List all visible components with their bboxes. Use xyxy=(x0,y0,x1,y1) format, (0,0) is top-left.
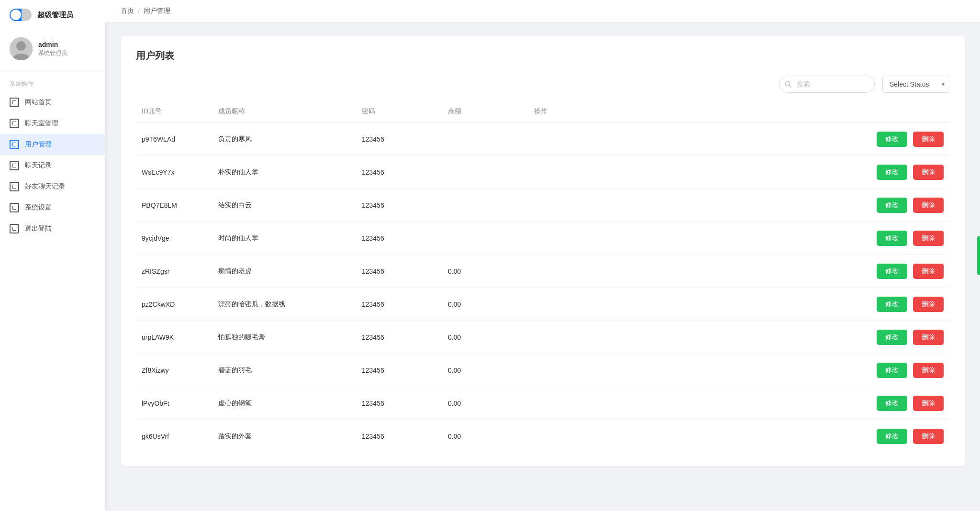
sidebar-nav: 网站首页 聊天室管理 用户管理 聊天记录 好友聊天记录 xyxy=(0,92,105,239)
cell-id: PBQ7E8LM xyxy=(136,189,212,222)
avatar xyxy=(10,37,33,60)
breadcrumb-current: 用户管理 xyxy=(144,7,170,15)
sidebar-item-label: 聊天室管理 xyxy=(25,119,58,128)
edit-button[interactable]: 修改 xyxy=(877,396,907,411)
cell-action: 修改 删除 xyxy=(528,156,949,189)
sidebar-item-chat-log[interactable]: 聊天记录 xyxy=(0,155,105,176)
app-title: 超级管理员 xyxy=(37,11,73,20)
toggle-switch[interactable] xyxy=(10,9,32,21)
edit-button[interactable]: 修改 xyxy=(877,330,907,345)
table-row: 9ycjdVge 时尚的仙人掌 123456 修改 删除 xyxy=(136,222,949,255)
cell-id: urpLAW9K xyxy=(136,321,212,354)
home-icon xyxy=(10,98,19,107)
logout-icon xyxy=(10,224,19,233)
edit-button[interactable]: 修改 xyxy=(877,198,907,213)
friend-log-icon xyxy=(10,182,19,191)
cell-password: 123456 xyxy=(356,354,442,387)
cell-name: 虚心的钢笔 xyxy=(212,387,356,420)
cell-name: 怕孤独的睫毛膏 xyxy=(212,321,356,354)
settings-icon xyxy=(10,203,19,212)
chat-log-icon xyxy=(10,161,19,170)
sidebar-item-label: 网站首页 xyxy=(25,98,52,107)
user-table: ID账号 成员昵称 密码 余额 操作 p9T6WLAd 负责的寒风 123456… xyxy=(136,102,949,453)
delete-button[interactable]: 删除 xyxy=(913,231,944,246)
cell-name: 痴情的老虎 xyxy=(212,255,356,288)
delete-button[interactable]: 删除 xyxy=(913,264,944,279)
cell-id: Zf8Xizwy xyxy=(136,354,212,387)
cell-balance: 0.00 xyxy=(442,387,528,420)
cell-id: gk6UsVrf xyxy=(136,420,212,453)
col-header-action: 操作 xyxy=(528,102,949,123)
main-content: 首页 / 用户管理 用户列表 Sel xyxy=(105,0,980,511)
cell-password: 123456 xyxy=(356,156,442,189)
table-row: PBQ7E8LM 结实的白云 123456 修改 删除 xyxy=(136,189,949,222)
cell-name: 碧蓝的羽毛 xyxy=(212,354,356,387)
sidebar-item-user-mgmt[interactable]: 用户管理 xyxy=(0,134,105,155)
edit-button[interactable]: 修改 xyxy=(877,429,907,444)
delete-button[interactable]: 删除 xyxy=(913,330,944,345)
cell-name: 踏实的外套 xyxy=(212,420,356,453)
delete-button[interactable]: 删除 xyxy=(913,363,944,378)
cell-balance: 0.00 xyxy=(442,354,528,387)
sidebar-item-label: 系统设置 xyxy=(25,203,52,212)
cell-balance: 0.00 xyxy=(442,255,528,288)
sidebar-item-home[interactable]: 网站首页 xyxy=(0,92,105,113)
col-header-balance: 余额 xyxy=(442,102,528,123)
edit-button[interactable]: 修改 xyxy=(877,165,907,180)
delete-button[interactable]: 删除 xyxy=(913,198,944,213)
table-toolbar: Select Status Active Inactive ▾ xyxy=(136,76,949,93)
search-input[interactable] xyxy=(779,76,875,93)
cell-id: p9T6WLAd xyxy=(136,123,212,156)
breadcrumb-separator: / xyxy=(138,7,140,15)
main-card: 用户列表 Select Status Active Ina xyxy=(121,36,965,466)
cell-password: 123456 xyxy=(356,222,442,255)
cell-action: 修改 删除 xyxy=(528,189,949,222)
table-head: ID账号 成员昵称 密码 余额 操作 xyxy=(136,102,949,123)
user-name: admin xyxy=(38,41,67,48)
cell-balance xyxy=(442,222,528,255)
cell-balance: 0.00 xyxy=(442,321,528,354)
sidebar-item-label: 退出登陆 xyxy=(25,224,52,233)
sidebar: 超级管理员 admin 系统管理员 系统操作 网站首页 xyxy=(0,0,105,511)
sidebar-item-friend-log[interactable]: 好友聊天记录 xyxy=(0,176,105,197)
edit-button[interactable]: 修改 xyxy=(877,264,907,279)
cell-action: 修改 删除 xyxy=(528,222,949,255)
cell-id: lPvyObFt xyxy=(136,387,212,420)
cell-action: 修改 删除 xyxy=(528,288,949,321)
cell-action: 修改 删除 xyxy=(528,255,949,288)
user-role: 系统管理员 xyxy=(38,49,67,57)
sidebar-item-settings[interactable]: 系统设置 xyxy=(0,197,105,218)
table-row: urpLAW9K 怕孤独的睫毛膏 123456 0.00 修改 删除 xyxy=(136,321,949,354)
sidebar-item-label: 聊天记录 xyxy=(25,161,52,170)
cell-password: 123456 xyxy=(356,420,442,453)
status-select[interactable]: Select Status Active Inactive xyxy=(882,76,949,93)
sidebar-item-chat-room[interactable]: 聊天室管理 xyxy=(0,113,105,134)
cell-name: 结实的白云 xyxy=(212,189,356,222)
table-row: gk6UsVrf 踏实的外套 123456 0.00 修改 删除 xyxy=(136,420,949,453)
table-header-row: ID账号 成员昵称 密码 余额 操作 xyxy=(136,102,949,123)
edit-button[interactable]: 修改 xyxy=(877,297,907,312)
cell-action: 修改 删除 xyxy=(528,387,949,420)
cell-password: 123456 xyxy=(356,321,442,354)
edit-button[interactable]: 修改 xyxy=(877,231,907,246)
cell-id: WsEc9Y7x xyxy=(136,156,212,189)
delete-button[interactable]: 删除 xyxy=(913,165,944,180)
status-select-wrap: Select Status Active Inactive ▾ xyxy=(882,76,949,93)
delete-button[interactable]: 删除 xyxy=(913,429,944,444)
cell-balance xyxy=(442,189,528,222)
edit-button[interactable]: 修改 xyxy=(877,363,907,378)
cell-name: 朴实的仙人掌 xyxy=(212,156,356,189)
nav-section-label: 系统操作 xyxy=(0,70,105,92)
delete-button[interactable]: 删除 xyxy=(913,297,944,312)
delete-button[interactable]: 删除 xyxy=(913,132,944,147)
cell-action: 修改 删除 xyxy=(528,123,949,156)
sidebar-item-label: 好友聊天记录 xyxy=(25,182,65,191)
delete-button[interactable]: 删除 xyxy=(913,396,944,411)
col-header-id: ID账号 xyxy=(136,102,212,123)
sidebar-item-label: 用户管理 xyxy=(25,140,52,149)
sidebar-item-logout[interactable]: 退出登陆 xyxy=(0,218,105,239)
cell-id: zRISZgsr xyxy=(136,255,212,288)
breadcrumb-home[interactable]: 首页 xyxy=(121,7,134,15)
edit-button[interactable]: 修改 xyxy=(877,132,907,147)
right-accent xyxy=(977,236,980,275)
